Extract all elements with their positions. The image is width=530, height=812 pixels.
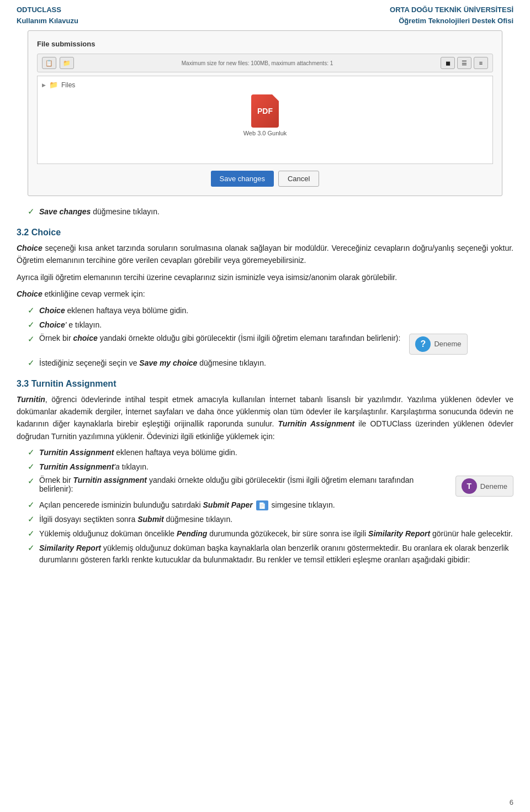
checkmark-icon-9: ✓ <box>28 514 35 524</box>
choice-bullet-4: ✓ İstediğiniz seçeneği seçin ve Save my … <box>28 357 513 369</box>
cancel-button[interactable]: Cancel <box>278 171 319 187</box>
file-submissions-title: File submissions <box>37 40 493 48</box>
save-changes-button[interactable]: Save changes <box>211 171 274 187</box>
turnitin-bullet-4: ✓ Açılan pencerede isminizin bulunduğu s… <box>28 499 513 511</box>
turnitin-bullet-3: ✓ Örnek bir Turnitin assignment yandaki … <box>28 476 513 497</box>
section-32-para2: Ayrıca ilgili öğretim elemanının tercihi… <box>17 271 513 283</box>
choice-bullet-3: ✓ Örnek bir choice yandaki örnekte olduğ… <box>28 334 513 355</box>
deneme-icon-1: ? <box>415 336 431 352</box>
detail-view-btn[interactable]: ≡ <box>474 57 488 69</box>
checkmark-icon-4: ✓ <box>28 358 35 368</box>
checkmark-icon-10: ✓ <box>28 529 35 539</box>
header: ODTUCLASS Kullanım Kılavuzu ORTA DOĞU TE… <box>0 0 530 30</box>
checkmark-icon-6: ✓ <box>28 462 35 472</box>
checkmark-icon: ✓ <box>28 207 35 217</box>
folder-icon: 📁 <box>49 81 58 89</box>
save-changes-note: ✓ Save changes düğmesine tıklayın. <box>28 206 513 218</box>
page-number: 6 <box>510 798 513 806</box>
checkmark-icon-2: ✓ <box>28 320 35 330</box>
deneme-badge-2: T Deneme <box>455 476 513 497</box>
section-33-para1: Turnitin, öğrenci ödevlerinde intihal te… <box>17 393 513 443</box>
create-folder-btn[interactable]: 📁 <box>60 57 74 69</box>
choice-bullet-1: ✓ Choice eklenen haftaya veya bölüme gid… <box>28 305 513 317</box>
header-right: ORTA DOĞU TEKNİK ÜNİVERSİTESİ Öğretim Te… <box>390 4 513 26</box>
turnitin-bullet-6: ✓ Yüklemiş olduğunuz doküman öncelikle P… <box>28 528 513 540</box>
pdf-file-container: PDF Web 3.0 Gunluk <box>59 94 471 136</box>
action-buttons: Save changes Cancel <box>37 171 493 187</box>
upload-file-btn[interactable]: 📋 <box>42 57 56 69</box>
checkmark-icon-8: ✓ <box>28 500 35 510</box>
choice-bullet-2: ✓ Choice' e tıklayın. <box>28 319 513 331</box>
files-folder-label: Files <box>61 81 75 89</box>
header-left: ODTUCLASS Kullanım Kılavuzu <box>17 4 78 26</box>
deneme-icon-2: T <box>462 478 477 494</box>
section-33-title: 3.3 Turnitin Assignment <box>17 379 513 389</box>
checkmark-icon-3: ✓ <box>28 334 35 344</box>
save-changes-note-text: Save changes düğmesine tıklayın. <box>39 206 513 218</box>
deneme-label-1: Deneme <box>434 340 461 348</box>
turnitin-bullet-5: ✓ İlgili dosyayı seçtikten sonra Submit … <box>28 514 513 525</box>
screenshot-box: File submissions 📋 📁 Maximum size for ne… <box>28 30 502 196</box>
checkmark-icon-7: ✓ <box>28 476 35 486</box>
section-32-choice-intro: Choice etkinliğine cevap vermek için: <box>17 288 513 300</box>
turnitin-bullet-1: ✓ Turnitin Assignment eklenen haftaya ve… <box>28 447 513 458</box>
checkmark-icon-11: ✓ <box>28 543 35 553</box>
folder-triangle-icon: ▶ <box>42 82 46 88</box>
grid-view-btn[interactable]: ◼ <box>441 57 455 69</box>
deneme-badge-1: ? Deneme <box>409 334 467 355</box>
section-32-para1: Choice seçeneği kısa anket tarzında soru… <box>17 242 513 267</box>
submit-paper-icon: 📄 <box>256 500 268 510</box>
files-area: ▶ 📁 Files PDF Web 3.0 Gunluk <box>37 76 493 164</box>
pdf-icon: PDF <box>251 94 279 128</box>
turnitin-bullet-7: ✓ Similarity Report yüklemiş olduğunuz d… <box>28 542 513 566</box>
pdf-filename: Web 3.0 Gunluk <box>243 130 287 136</box>
turnitin-bullet-2: ✓ Turnitin Assignment'a tıklayın. <box>28 461 513 473</box>
checkmark-icon-5: ✓ <box>28 447 35 457</box>
section-32-title: 3.2 Choice <box>17 228 513 238</box>
max-size-text: Maximum size for new files: 100MB, maxim… <box>182 60 333 66</box>
list-view-btn[interactable]: ☰ <box>457 57 471 69</box>
deneme-label-2: Deneme <box>480 482 507 491</box>
checkmark-icon-1: ✓ <box>28 305 35 315</box>
upload-toolbar: 📋 📁 Maximum size for new files: 100MB, m… <box>37 54 493 72</box>
files-folder-row: ▶ 📁 Files <box>42 81 488 89</box>
